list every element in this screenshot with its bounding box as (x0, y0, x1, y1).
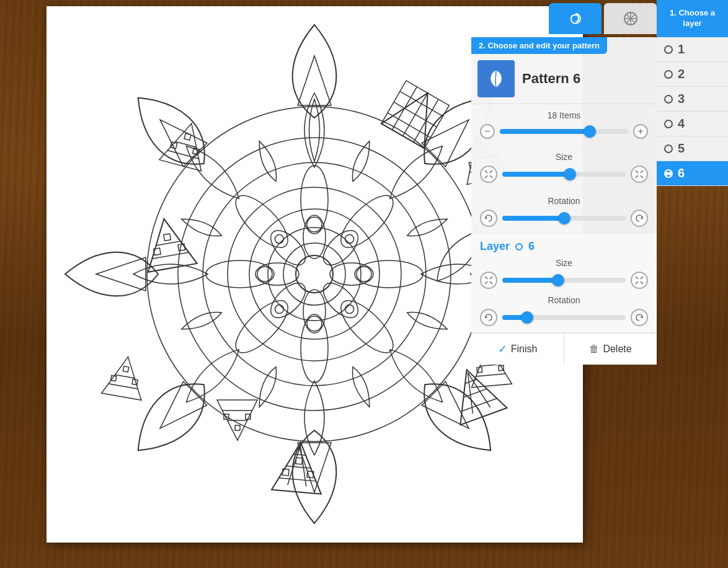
layer-size-label: Size (480, 258, 648, 268)
svg-line-29 (394, 102, 437, 127)
layer-radio-3 (664, 95, 673, 104)
items-section: 18 Items − + (471, 104, 657, 146)
svg-point-21 (228, 293, 296, 360)
layer-num-2: 2 (678, 67, 685, 81)
layer6-title: Layer 6 (480, 240, 648, 253)
svg-point-87 (307, 316, 322, 331)
layer-list-panel: 1 2 3 4 5 6 (657, 37, 728, 186)
items-decrease-button[interactable]: − (480, 124, 495, 139)
layer-size-grow-button[interactable] (631, 272, 648, 289)
svg-point-2 (268, 228, 361, 321)
layer-num-1: 1 (678, 42, 685, 56)
layer-item-5[interactable]: 5 (657, 136, 728, 161)
layer-rotation-slider-thumb[interactable] (521, 311, 533, 324)
layer-rotate-ccw-button[interactable] (480, 309, 497, 326)
pattern-size-grow-button[interactable] (631, 166, 648, 183)
choose-layer-title: 1. Choose a layer (663, 8, 722, 29)
svg-line-73 (476, 374, 506, 376)
layer-radio-6 (664, 169, 673, 178)
layer-size-slider-row (480, 272, 648, 289)
finish-label: Finish (511, 344, 538, 355)
svg-point-4 (228, 187, 401, 361)
svg-point-1 (283, 243, 345, 305)
pattern-size-slider-track[interactable] (502, 172, 626, 177)
svg-point-12 (303, 290, 326, 333)
pattern-icon (477, 60, 515, 97)
svg-line-55 (167, 150, 199, 159)
svg-line-54 (175, 141, 197, 147)
layer-size-slider-track[interactable] (502, 278, 626, 283)
svg-point-23 (228, 188, 296, 255)
layer-size-slider-thumb[interactable] (552, 274, 564, 286)
color-tab-button[interactable] (604, 3, 657, 34)
layer-radio-2 (664, 70, 673, 79)
svg-point-10 (330, 263, 373, 285)
svg-point-18 (355, 260, 423, 288)
svg-point-0 (296, 255, 333, 293)
pattern-size-slider-row (480, 166, 648, 183)
svg-line-72 (480, 365, 500, 366)
pattern-tab-button[interactable] (549, 3, 601, 34)
svg-point-19 (333, 293, 401, 360)
svg-rect-58 (184, 133, 191, 140)
items-slider-thumb[interactable] (584, 125, 596, 138)
pattern-rotation-row (480, 210, 648, 227)
layer-num-6: 6 (678, 166, 685, 180)
svg-point-90 (273, 233, 286, 246)
layer-size-shrink-button[interactable] (480, 272, 497, 289)
pattern-rotation-slider-track[interactable] (502, 216, 626, 221)
layer6-section: Layer 6 Size (471, 234, 657, 333)
svg-point-17 (333, 188, 401, 255)
svg-point-84 (344, 233, 356, 246)
layer-num-3: 3 (678, 92, 685, 106)
svg-rect-46 (296, 458, 303, 464)
finish-button[interactable]: ✓ Finish (471, 334, 564, 365)
svg-point-6 (178, 138, 451, 410)
items-label: 18 Items (480, 110, 648, 120)
svg-point-7 (147, 107, 482, 442)
layer-radio-5 (664, 144, 673, 153)
svg-point-85 (357, 267, 371, 282)
svg-point-3 (249, 209, 380, 339)
svg-rect-82 (235, 425, 240, 430)
pattern-size-slider-fill (502, 172, 570, 177)
svg-point-88 (273, 303, 286, 316)
svg-rect-52 (164, 234, 171, 241)
delete-button[interactable]: 🗑 Delete (564, 334, 657, 365)
trash-icon: 🗑 (589, 344, 599, 355)
pattern-size-shrink-button[interactable] (480, 166, 497, 183)
layer-radio-1 (664, 45, 673, 54)
layer-item-6[interactable]: 6 (657, 161, 728, 186)
layer-item-1[interactable]: 1 (657, 37, 728, 62)
pattern-size-label: Size (480, 152, 648, 162)
pattern-rotate-ccw-button[interactable] (480, 210, 497, 227)
layer-rotation-slider-track[interactable] (502, 315, 626, 320)
pattern-name: Pattern 6 (522, 71, 580, 87)
layer-rotation-section: Rotation (480, 295, 648, 326)
layer-item-2[interactable]: 2 (657, 62, 728, 87)
pattern-rotation-slider-thumb[interactable] (558, 212, 570, 224)
svg-rect-70 (123, 366, 128, 372)
layer-rotate-cw-button[interactable] (631, 309, 648, 326)
svg-point-16 (301, 166, 328, 234)
svg-point-5 (203, 162, 426, 386)
layer-item-3[interactable]: 3 (657, 87, 728, 112)
items-increase-button[interactable]: + (633, 124, 648, 139)
pattern-rotate-cw-button[interactable] (631, 210, 648, 227)
pattern-panel: 2. Choose and edit your pattern Pattern … (471, 37, 657, 365)
step2-banner: 2. Choose and edit your pattern (471, 37, 657, 54)
pattern-size-slider-thumb[interactable] (564, 168, 576, 180)
svg-point-20 (301, 314, 328, 383)
svg-line-30 (388, 113, 430, 138)
layer-title-radio (515, 243, 523, 251)
svg-line-48 (156, 241, 180, 246)
step2-label: 2. Choose and edit your pattern (471, 37, 607, 54)
svg-point-8 (303, 215, 326, 259)
svg-point-83 (307, 217, 322, 232)
layer-title-num: 6 (528, 240, 535, 252)
items-slider-track[interactable] (500, 129, 628, 134)
svg-line-34 (462, 398, 497, 411)
svg-line-28 (400, 91, 443, 116)
layer-item-4[interactable]: 4 (657, 112, 728, 136)
svg-point-89 (257, 267, 272, 282)
